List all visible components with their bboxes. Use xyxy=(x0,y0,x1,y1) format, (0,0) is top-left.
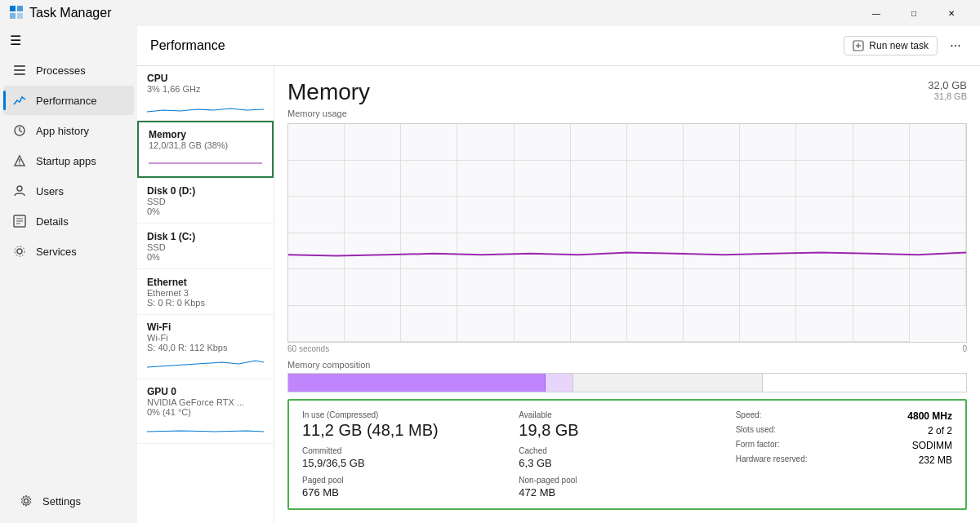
stat-paged-pool: Paged pool 676 MB xyxy=(302,476,519,499)
app-history-icon xyxy=(13,124,26,137)
memory-line-svg xyxy=(288,124,966,342)
stat-in-use: In use (Compressed) 11,2 GB (48,1 MB) xyxy=(302,410,519,440)
run-task-button[interactable]: Run new task xyxy=(844,36,938,55)
maximize-button[interactable]: □ xyxy=(895,0,933,26)
stat-non-paged: Non-paged pool 472 MB xyxy=(519,476,735,499)
device-item-wifi[interactable]: Wi-Fi Wi-Fi S: 40,0 R: 112 Kbps xyxy=(137,315,274,379)
svg-rect-3 xyxy=(17,13,23,19)
time-start: 60 seconds xyxy=(287,344,329,353)
minimize-button[interactable]: — xyxy=(858,0,895,26)
svg-point-11 xyxy=(17,186,22,191)
stat-speed-row: Speed: 4800 MHz xyxy=(736,410,952,422)
device-item-disk1[interactable]: Disk 1 (C:) SSD 0% xyxy=(137,224,274,269)
wifi-mini-chart xyxy=(147,356,264,372)
processes-icon xyxy=(13,64,26,77)
sidebar-bottom: Settings xyxy=(0,479,137,523)
svg-rect-6 xyxy=(14,73,25,75)
topbar-actions: Run new task ··· xyxy=(844,34,967,57)
app-icon xyxy=(10,6,23,21)
stat-cached: Cached 6,3 GB xyxy=(519,446,735,469)
topbar: Performance Run new task ··· xyxy=(137,26,980,66)
sidebar-item-app-history[interactable]: App history xyxy=(3,116,134,145)
chart-total: 32,0 GB 31,8 GB xyxy=(928,79,967,101)
device-item-memory[interactable]: Memory 12,0/31,8 GB (38%) xyxy=(137,121,274,178)
stats-col-2: Available 19,8 GB Cached 6,3 GB Non-page… xyxy=(519,410,735,499)
comp-seg-3 xyxy=(763,374,966,392)
topbar-title: Performance xyxy=(150,38,225,53)
sidebar-item-processes[interactable]: Processes xyxy=(3,55,134,85)
stat-hw-reserved-row: Hardware reserved: 232 MB xyxy=(736,454,952,466)
details-label: Details xyxy=(36,215,69,228)
device-item-gpu0[interactable]: GPU 0 NVIDIA GeForce RTX ... 0% (41 °C) xyxy=(137,379,274,444)
stat-committed: Committed 15,9/36,5 GB xyxy=(302,446,519,469)
sidebar-item-services[interactable]: Services xyxy=(3,237,134,266)
stat-slots-row: Slots used: 2 of 2 xyxy=(736,425,952,437)
sidebar-item-users[interactable]: Users xyxy=(3,176,134,206)
svg-point-16 xyxy=(17,249,22,254)
svg-point-18 xyxy=(24,499,29,503)
stats-col-3: Speed: 4800 MHz Slots used: 2 of 2 Form … xyxy=(736,410,952,499)
sidebar-item-startup-apps[interactable]: Startup apps xyxy=(3,146,134,175)
titlebar: Task Manager — □ ✕ xyxy=(0,0,980,26)
device-list: CPU 3% 1,66 GHz Memory 12,0/31,8 GB (38%… xyxy=(137,66,274,523)
comp-seg-0 xyxy=(288,374,546,392)
content-area: Performance Run new task ··· CPU 3% 1,66… xyxy=(137,26,980,523)
comp-seg-2 xyxy=(573,374,763,392)
chart-subtitle: Memory usage xyxy=(287,109,967,118)
stats-panel: In use (Compressed) 11,2 GB (48,1 MB) Co… xyxy=(287,399,967,510)
cpu-mini-chart xyxy=(147,97,264,113)
chart-title: Memory xyxy=(287,79,370,105)
titlebar-controls: — □ ✕ xyxy=(858,0,970,26)
chart-header: Memory 32,0 GB 31,8 GB xyxy=(287,79,967,105)
app-title: Task Manager xyxy=(29,6,112,20)
svg-point-17 xyxy=(15,246,24,256)
app-body: ☰ Processes Performance App history xyxy=(0,26,980,523)
users-label: Users xyxy=(36,185,64,197)
composition-bar xyxy=(287,373,967,392)
device-item-disk0[interactable]: Disk 0 (D:) SSD 0% xyxy=(137,178,274,224)
gpu-mini-chart xyxy=(147,420,264,437)
run-task-label: Run new task xyxy=(869,40,929,51)
sidebar-item-details[interactable]: Details xyxy=(3,206,134,236)
svg-point-10 xyxy=(19,163,20,165)
svg-rect-5 xyxy=(14,69,25,71)
composition-label: Memory composition xyxy=(287,360,967,370)
services-icon xyxy=(13,245,26,258)
details-icon xyxy=(13,215,26,228)
chart-time-labels: 60 seconds 0 xyxy=(287,344,967,353)
services-label: Services xyxy=(36,246,77,258)
performance-label: Performance xyxy=(36,95,96,107)
titlebar-left: Task Manager xyxy=(10,6,112,21)
stats-col-1: In use (Compressed) 11,2 GB (48,1 MB) Co… xyxy=(302,410,519,499)
svg-rect-2 xyxy=(10,13,16,19)
hamburger-button[interactable]: ☰ xyxy=(0,26,137,55)
app-history-label: App history xyxy=(36,125,89,137)
sidebar-item-settings[interactable]: Settings xyxy=(10,486,127,516)
run-task-icon xyxy=(853,40,864,51)
svg-rect-0 xyxy=(10,6,16,11)
device-item-ethernet[interactable]: Ethernet Ethernet 3 S: 0 R: 0 Kbps xyxy=(137,269,274,315)
memory-mini-chart xyxy=(149,153,262,170)
close-button[interactable]: ✕ xyxy=(933,0,970,26)
sidebar: ☰ Processes Performance App history xyxy=(0,26,137,523)
sidebar-item-performance[interactable]: Performance xyxy=(3,86,134,115)
settings-label: Settings xyxy=(42,495,81,507)
device-item-cpu[interactable]: CPU 3% 1,66 GHz xyxy=(137,66,274,121)
time-end: 0 xyxy=(962,344,967,353)
main-panel: CPU 3% 1,66 GHz Memory 12,0/31,8 GB (38%… xyxy=(137,66,980,523)
performance-icon xyxy=(13,94,26,107)
users-icon xyxy=(13,184,26,197)
chart-total-sub: 31,8 GB xyxy=(928,91,967,101)
chart-area: Memory 32,0 GB 31,8 GB Memory usage xyxy=(274,66,980,523)
svg-rect-1 xyxy=(17,6,23,11)
sidebar-nav: Processes Performance App history Startu… xyxy=(0,55,137,479)
processes-label: Processes xyxy=(36,64,86,77)
more-button[interactable]: ··· xyxy=(944,34,967,57)
stat-form-row: Form factor: SODIMM xyxy=(736,440,952,451)
startup-label: Startup apps xyxy=(36,155,96,167)
settings-icon xyxy=(20,494,33,507)
startup-icon xyxy=(13,154,26,167)
stat-available: Available 19,8 GB xyxy=(519,410,735,440)
hamburger-icon: ☰ xyxy=(10,33,21,48)
chart-total-value: 32,0 GB xyxy=(928,79,967,91)
